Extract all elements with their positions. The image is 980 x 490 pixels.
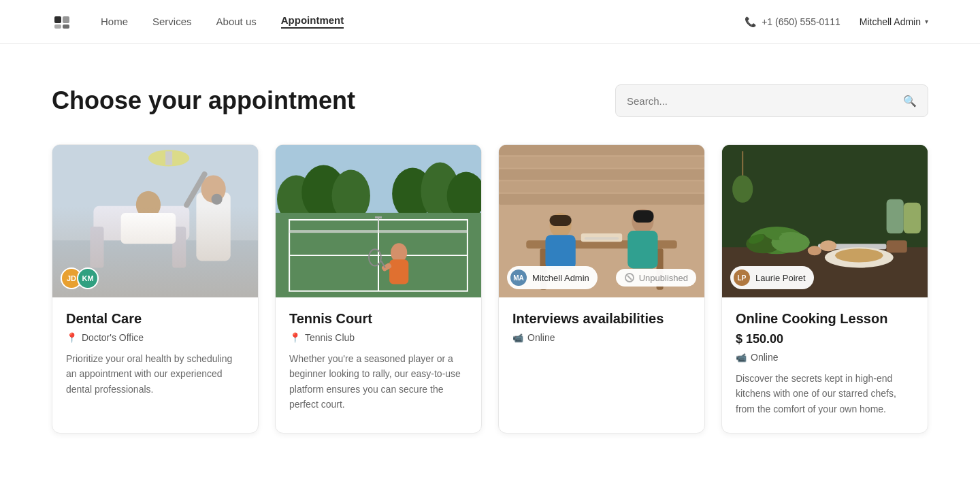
card-online-cooking: 📹 Online <box>736 352 914 363</box>
online-text-interviews: Online <box>527 332 555 343</box>
svg-rect-65 <box>887 240 907 252</box>
page-title: Choose your appointment <box>52 86 355 115</box>
author-badge-laurie: LP Laurie Poiret <box>730 266 814 289</box>
page-header: Choose your appointment 🔍 <box>52 84 928 117</box>
svg-rect-41 <box>499 182 704 193</box>
logo[interactable] <box>52 11 74 33</box>
location-icon: 📍 <box>66 332 78 343</box>
card-location-tennis: 📍 Tennis Club <box>289 332 468 343</box>
svg-point-73 <box>732 176 753 203</box>
svg-rect-53 <box>585 237 619 240</box>
phone-number: +1 (650) 555-0111 <box>762 16 840 27</box>
svg-rect-31 <box>289 230 468 233</box>
card-image-interviews: MA Mitchell Admin Unpublished <box>499 145 704 297</box>
svg-rect-38 <box>499 145 704 155</box>
author-avatar-laurie: LP <box>734 270 750 286</box>
svg-rect-3 <box>63 24 69 29</box>
unpublished-text: Unpublished <box>639 273 688 283</box>
admin-name: Mitchell Admin <box>860 16 921 27</box>
card-description-dental: Prioritize your oral health by schedulin… <box>66 351 244 397</box>
svg-point-69 <box>808 246 821 255</box>
nav-phone: 📞 +1 (650) 555-0111 <box>745 16 840 27</box>
author-avatar-mitchell: MA <box>510 270 527 286</box>
card-online-interviews: 📹 Online <box>512 332 691 343</box>
card-avatars-dental: JD KM <box>61 267 99 289</box>
card-location-dental: 📍 Doctor's Office <box>66 332 244 343</box>
card-tennis-court[interactable]: Tennis Court 📍 Tennis Club Whether you'r… <box>275 144 482 434</box>
svg-rect-2 <box>54 24 61 29</box>
svg-rect-39 <box>499 157 704 167</box>
location-icon-tennis: 📍 <box>289 332 301 343</box>
svg-rect-50 <box>549 215 571 226</box>
svg-rect-11 <box>121 213 176 244</box>
unpublished-badge: Unpublished <box>616 269 696 287</box>
card-price-cooking: $ 150.00 <box>736 332 914 346</box>
svg-rect-33 <box>389 259 408 284</box>
video-icon-interviews: 📹 <box>512 333 523 343</box>
svg-rect-7 <box>93 206 189 240</box>
svg-rect-29 <box>375 216 382 218</box>
card-image-dental: JD KM <box>52 145 258 297</box>
svg-point-10 <box>136 191 161 218</box>
search-input[interactable] <box>627 95 896 107</box>
card-content-tennis: Tennis Court 📍 Tennis Club Whether you'r… <box>276 297 481 429</box>
location-text-tennis: Tennis Club <box>305 332 355 343</box>
svg-rect-49 <box>627 231 657 268</box>
card-badge-row-cooking: LP Laurie Poiret <box>730 266 919 289</box>
svg-line-55 <box>627 276 632 280</box>
nav-services[interactable]: Services <box>152 16 192 27</box>
nav-right: 📞 +1 (650) 555-0111 Mitchell Admin ▾ <box>745 16 928 27</box>
svg-point-68 <box>820 240 836 251</box>
card-title-cooking: Online Cooking Lesson <box>736 311 914 327</box>
author-name-mitchell: Mitchell Admin <box>532 273 589 283</box>
card-cooking[interactable]: LP Laurie Poiret Online Cooking Lesson $… <box>721 144 928 434</box>
phone-icon: 📞 <box>745 16 756 27</box>
main-content: Choose your appointment 🔍 <box>0 44 980 474</box>
search-button[interactable]: 🔍 <box>903 95 917 108</box>
card-title-interviews: Interviews availabilities <box>512 311 691 327</box>
card-image-tennis <box>276 145 481 297</box>
cards-grid: JD KM Dental Care 📍 Doctor's Office Prio… <box>52 144 928 434</box>
video-icon-cooking: 📹 <box>736 353 747 363</box>
card-content-dental: Dental Care 📍 Doctor's Office Prioritize… <box>52 297 258 413</box>
card-image-cooking: LP Laurie Poiret <box>722 145 928 297</box>
svg-rect-47 <box>545 235 575 269</box>
avatar-2: KM <box>77 267 99 289</box>
card-dental-care[interactable]: JD KM Dental Care 📍 Doctor's Office Prio… <box>52 144 259 434</box>
svg-point-15 <box>212 194 223 205</box>
svg-rect-42 <box>499 194 704 205</box>
nav-about[interactable]: About us <box>216 16 257 27</box>
card-badge-row-interviews: MA Mitchell Admin Unpublished <box>507 266 696 289</box>
location-text: Doctor's Office <box>82 332 144 343</box>
author-badge-mitchell: MA Mitchell Admin <box>507 266 598 289</box>
svg-rect-8 <box>90 227 103 267</box>
nav-home[interactable]: Home <box>101 16 128 27</box>
svg-rect-40 <box>499 169 704 180</box>
search-box: 🔍 <box>615 84 928 117</box>
card-description-cooking: Discover the secrets kept in high-end ki… <box>736 371 914 416</box>
navbar: Home Services About us Appointment 📞 +1 … <box>0 0 980 44</box>
svg-point-67 <box>835 248 883 262</box>
svg-rect-51 <box>633 210 653 223</box>
svg-rect-70 <box>887 199 904 233</box>
card-content-interviews: Interviews availabilities 📹 Online <box>499 297 704 368</box>
nav-appointment[interactable]: Appointment <box>281 14 344 29</box>
card-title-tennis: Tennis Court <box>289 311 468 327</box>
online-text-cooking: Online <box>751 352 778 363</box>
nav-links: Home Services About us Appointment <box>101 14 745 29</box>
svg-rect-71 <box>904 203 921 233</box>
card-content-cooking: Online Cooking Lesson $ 150.00 📹 Online … <box>722 297 928 433</box>
svg-rect-1 <box>63 16 69 23</box>
svg-rect-17 <box>165 151 172 165</box>
card-interviews[interactable]: MA Mitchell Admin Unpublished Interviews… <box>498 144 705 434</box>
svg-point-32 <box>391 243 407 262</box>
card-title-dental: Dental Care <box>66 311 244 327</box>
svg-rect-0 <box>54 16 61 23</box>
svg-rect-9 <box>172 227 186 267</box>
admin-menu[interactable]: Mitchell Admin ▾ <box>860 16 928 27</box>
unpublished-icon <box>624 272 635 283</box>
chevron-down-icon: ▾ <box>925 18 928 25</box>
author-name-laurie: Laurie Poiret <box>755 273 806 283</box>
card-description-tennis: Whether you're a seasoned player or a be… <box>289 351 468 412</box>
